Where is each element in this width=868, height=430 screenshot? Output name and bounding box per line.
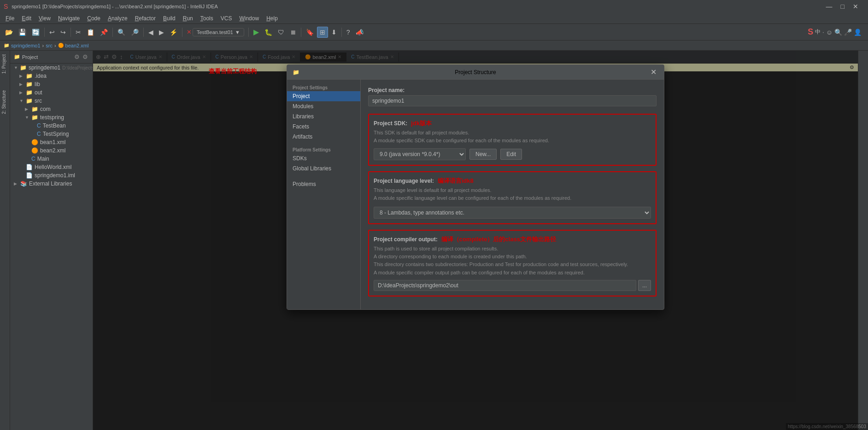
back-button[interactable]: ◀	[146, 27, 156, 37]
menu-view[interactable]: View	[35, 14, 54, 23]
project-settings-label-text: Project Settings	[293, 85, 328, 90]
cut-button[interactable]: ✂	[73, 27, 83, 37]
idea-icon: 📁	[26, 73, 33, 79]
sdk-annotation: jdk版本	[411, 119, 432, 128]
breadcrumb-src[interactable]: src	[46, 43, 53, 48]
download-button[interactable]: ⬇	[329, 27, 339, 37]
stop-button[interactable]: ⏹	[287, 27, 299, 37]
debug-button[interactable]: 🐛	[262, 27, 275, 37]
compiler-desc3: This directory contains two subdirectori…	[374, 261, 651, 268]
menu-help[interactable]: Help	[263, 14, 282, 23]
close-button[interactable]: ✕	[850, 1, 861, 12]
menu-build[interactable]: Build	[159, 14, 179, 23]
sdk-edit-button[interactable]: Edit	[500, 149, 522, 160]
run-button[interactable]: ▶	[251, 26, 261, 38]
nav-sdks[interactable]: SDKs	[287, 153, 360, 163]
project-name-input[interactable]	[368, 95, 657, 106]
sep4	[143, 28, 144, 37]
sdk-desc2: A module specific SDK can be configured …	[374, 137, 651, 144]
tree-testspring[interactable]: ▼ 📁 testspring	[10, 113, 93, 122]
language-level-selector[interactable]: 8 - Lambdas, type annotations etc.	[374, 207, 651, 219]
minimize-button[interactable]: —	[824, 1, 835, 12]
run-config-selector[interactable]: TestBean.test01 ▼	[193, 28, 244, 36]
nav-facets[interactable]: Facets	[287, 122, 360, 132]
nav-global-libraries[interactable]: Global Libraries	[287, 163, 360, 174]
breadcrumb-project[interactable]: springdemo1	[11, 43, 41, 48]
menu-refactor[interactable]: Refactor	[131, 14, 159, 23]
compiler-desc4: A module specific compiler output path c…	[374, 269, 651, 276]
run-config-arrow: ▼	[235, 29, 240, 35]
lib-label: lib	[35, 81, 40, 87]
ext-arrow: ▶	[14, 181, 18, 186]
menu-tools[interactable]: Tools	[197, 14, 217, 23]
compiler-annotation: 编译（compilete）后的class文件输出路径	[441, 235, 556, 244]
nav-libraries[interactable]: Libraries	[287, 111, 360, 122]
sdk-new-button[interactable]: New...	[469, 149, 497, 160]
tree-settings-btn[interactable]: ⚙	[82, 52, 89, 61]
tree-iml[interactable]: 📄 springdemo1.iml	[10, 171, 93, 180]
compiler-section-box: Project compiler output: 编译（compilete）后的…	[368, 230, 657, 297]
nav-project[interactable]: Project	[287, 91, 360, 101]
browse-button[interactable]: ...	[638, 280, 651, 291]
tree-com[interactable]: ▶ 📁 com	[10, 105, 93, 113]
testbean-label: TestBean	[43, 122, 66, 129]
help-button[interactable]: ?	[344, 27, 352, 37]
tree-bean2xml[interactable]: 🟠 bean2.xml	[10, 146, 93, 155]
menu-edit[interactable]: Edit	[18, 14, 35, 23]
menu-file[interactable]: File	[2, 14, 18, 23]
tree-src[interactable]: ▼ 📁 src	[10, 97, 93, 105]
open-button[interactable]: 📂	[3, 27, 15, 37]
tree-testbean[interactable]: C TestBean	[10, 122, 93, 130]
nav-artifacts[interactable]: Artifacts	[287, 132, 360, 142]
platform-settings-label-text: Platform Settings	[293, 147, 331, 152]
editor-area: ⊕ ⇄ ⚙ ↕ C User.java ✕ C Order.java ✕ C	[93, 51, 858, 430]
menu-navigate[interactable]: Navigate	[54, 14, 83, 23]
src-icon: 📁	[26, 98, 33, 104]
menu-run[interactable]: Run	[179, 14, 197, 23]
menu-window[interactable]: Window	[235, 14, 263, 23]
bean2-icon: 🟠	[31, 147, 38, 154]
redo-button[interactable]: ↪	[58, 27, 68, 37]
find-usages-button[interactable]: 🔎	[129, 27, 141, 37]
side-tab-project[interactable]: 1: Project	[0, 51, 10, 77]
maximize-button[interactable]: □	[839, 1, 847, 12]
tree-idea[interactable]: ▶ 📁 .idea	[10, 72, 93, 80]
nav-modules[interactable]: Modules	[287, 101, 360, 111]
tree-header: 📁 Project ⚙ ⚙	[10, 51, 93, 64]
tree-testspring-file[interactable]: C TestSpring	[10, 130, 93, 138]
tree-main[interactable]: C Main	[10, 155, 93, 163]
bookmark-button[interactable]: 🔖	[304, 27, 316, 37]
find-button[interactable]: 🔍	[115, 27, 128, 37]
dialog-close-button[interactable]: ✕	[649, 68, 658, 76]
breadcrumb-file[interactable]: bean2.xml	[65, 43, 89, 48]
output-path-input[interactable]	[374, 280, 636, 291]
notifications-button[interactable]: 📣	[353, 27, 366, 37]
compiler-label: Project compiler output:	[374, 236, 438, 243]
menu-code[interactable]: Code	[83, 14, 104, 23]
tree-out[interactable]: ▶ 📁 out	[10, 88, 93, 97]
tree-external-libs[interactable]: ▶ 📚 External Libraries	[10, 180, 93, 188]
structure-button[interactable]: ⊞	[317, 27, 328, 38]
tree-bean1xml[interactable]: 🟠 bean1.xml	[10, 138, 93, 146]
dialog-content: Project name: Project SDK: jdk版本 This SD…	[361, 80, 664, 309]
lang-label: Project language level:	[374, 178, 434, 184]
tree-helloworld[interactable]: 📄 HelloWorld.xml	[10, 163, 93, 171]
bean2-label: bean2.xml	[40, 147, 65, 154]
save-button[interactable]: 💾	[16, 27, 29, 37]
app-icon: S	[4, 3, 8, 10]
nav-problems[interactable]: Problems	[287, 179, 360, 189]
sdk-selector[interactable]: 9.0 (java version *9.0.4*)	[374, 148, 466, 160]
menu-analyze[interactable]: Analyze	[104, 14, 131, 23]
undo-button[interactable]: ↩	[47, 27, 57, 37]
tree-root[interactable]: ▼ 📁 springdemo1 D:\IdeaProjects\springde…	[10, 64, 93, 72]
tree-collapse-btn[interactable]: ⚙	[73, 52, 81, 61]
sync-button[interactable]: 🔄	[29, 27, 42, 37]
tree-lib[interactable]: ▶ 📁 lib	[10, 80, 93, 88]
build-list-button[interactable]: ⚡	[167, 27, 180, 37]
forward-button[interactable]: ▶	[157, 27, 166, 37]
copy-button[interactable]: 📋	[84, 27, 97, 37]
coverage-button[interactable]: 🛡	[276, 27, 287, 37]
paste-button[interactable]: 📌	[98, 27, 110, 37]
menu-vcs[interactable]: VCS	[217, 14, 236, 23]
side-tab-structure[interactable]: 2: Structure	[0, 87, 10, 118]
